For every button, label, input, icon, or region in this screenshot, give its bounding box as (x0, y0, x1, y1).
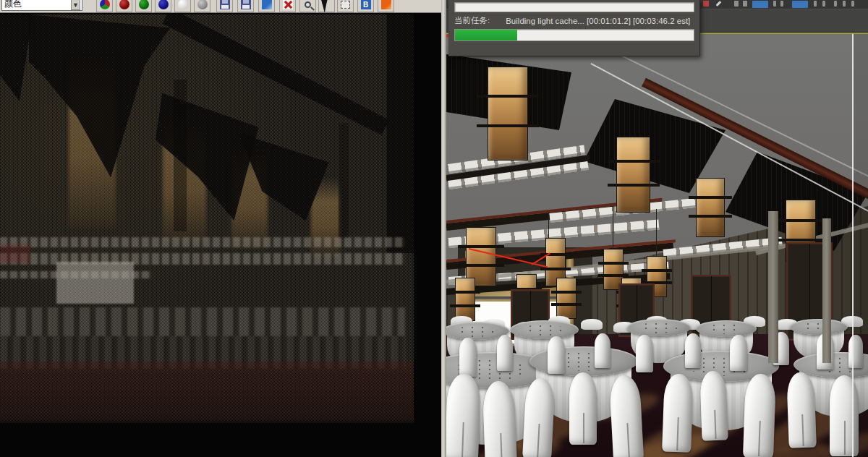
lamp-wire (613, 206, 613, 251)
task-progress-bar (454, 29, 694, 41)
table-top (627, 319, 691, 336)
screenshot-stage: 颜色 ▼ B 当前任务: Building (0, 0, 868, 457)
chair-cover[interactable] (743, 373, 776, 457)
lc-dark-bar (339, 123, 349, 239)
dot-icon[interactable] (834, 1, 837, 7)
duplicate-buffer-button[interactable]: B (357, 0, 374, 12)
track-mouse-icon (321, 0, 333, 13)
progress-fill (455, 30, 517, 40)
task-status-text: Building light cache... [00:01:01.2] [00… (506, 17, 690, 25)
save-channels-button[interactable] (237, 0, 254, 12)
red-channel-icon (119, 0, 129, 9)
chair-cover[interactable] (548, 336, 565, 374)
render-last-icon (381, 0, 391, 9)
rgb-color-channel-icon (100, 0, 110, 9)
color-clamp-button[interactable] (299, 0, 316, 12)
save-image-button[interactable] (216, 0, 233, 12)
chair-cover[interactable] (685, 333, 701, 368)
chair-cover[interactable] (569, 372, 597, 445)
chair-cover[interactable] (446, 373, 481, 457)
table-top (696, 320, 757, 337)
lc-dark-bar (174, 80, 187, 231)
copy-to-host-buffer-button[interactable] (258, 0, 275, 12)
wall-pilaster (768, 211, 778, 363)
dot-icon[interactable] (822, 1, 825, 7)
lc-ceiling-coffer (387, 14, 414, 253)
lamp-wire (548, 213, 549, 239)
hanging-lamp[interactable] (697, 179, 724, 236)
track-mouse-button[interactable] (318, 0, 335, 12)
wall-pilaster (822, 218, 831, 363)
render-last-button[interactable] (378, 0, 394, 12)
table-top (529, 346, 638, 376)
channel-select-dropdown[interactable]: 颜色 ▼ (1, 0, 82, 11)
lc-table-row (0, 307, 405, 336)
render-preview-image (0, 14, 414, 423)
blue-toggle-icon[interactable] (752, 1, 768, 8)
hanging-lamp[interactable] (617, 137, 650, 212)
task-row: 当前任务: Building light cache... [00:01:01.… (454, 15, 694, 26)
dot-icon[interactable] (843, 1, 846, 7)
green-channel-icon (139, 0, 149, 9)
color-clamp-icon (305, 1, 311, 8)
blue-toggle-icon[interactable] (792, 1, 808, 8)
distant-chair[interactable] (581, 319, 603, 330)
hanging-lamp[interactable] (456, 278, 475, 320)
blue-channel-icon (158, 0, 169, 9)
table-top (790, 319, 848, 335)
hanging-lamp[interactable] (557, 278, 576, 318)
viewport-edge-line (852, 34, 854, 457)
overall-progress-bar (454, 2, 694, 12)
table-top (510, 320, 579, 339)
lc-red-speck (0, 244, 30, 263)
chair-cover[interactable] (595, 333, 610, 368)
blue-channel-button[interactable] (155, 0, 171, 12)
small-toggle-icon[interactable] (743, 1, 747, 7)
lc-light-strip (0, 237, 405, 247)
save-image-icon (220, 0, 230, 9)
lc-screen (56, 262, 134, 304)
chair-cover[interactable] (459, 338, 477, 377)
lc-ceiling-coffer (0, 14, 33, 101)
region-render-icon (341, 1, 350, 9)
viewport-scene[interactable] (446, 34, 868, 457)
set-key-red-icon[interactable] (703, 1, 709, 7)
hanging-lamp[interactable] (488, 67, 527, 160)
mono-channel-button[interactable] (194, 0, 210, 12)
green-channel-button[interactable] (135, 0, 152, 12)
alpha-channel-icon (178, 0, 188, 9)
alpha-channel-button[interactable] (174, 0, 191, 12)
mono-channel-icon (197, 0, 208, 9)
chair-cover[interactable] (699, 370, 728, 440)
copy-to-host-buffer-icon (262, 0, 272, 9)
chair-cover[interactable] (662, 373, 694, 452)
dot-icon[interactable] (780, 1, 783, 7)
vfb-window-border (441, 0, 446, 457)
small-toggle-icon[interactable] (734, 1, 739, 7)
red-channel-button[interactable] (116, 0, 132, 12)
dot-icon[interactable] (851, 1, 854, 7)
hanging-lamp[interactable] (467, 228, 495, 286)
dot-icon[interactable] (773, 1, 776, 7)
channel-select-value: 颜色 (4, 0, 22, 10)
clear-image-button[interactable] (279, 0, 296, 12)
task-label: 当前任务: (454, 15, 490, 26)
lamp-wire (656, 209, 657, 257)
clear-image-icon (283, 0, 293, 9)
chair-cover[interactable] (730, 335, 747, 371)
pencil-icon[interactable] (716, 1, 722, 7)
viewport-edge-shade (853, 34, 868, 457)
vfb-toolbar: 颜色 ▼ B (0, 0, 441, 13)
rgb-color-channel-button[interactable] (96, 0, 113, 12)
dot-icon[interactable] (814, 1, 817, 7)
lc-bottom-black (0, 418, 414, 423)
max-viewport[interactable] (446, 0, 868, 457)
chair-cover[interactable] (497, 335, 513, 371)
chair-cover[interactable] (636, 335, 653, 372)
render-progress-dialog: 当前任务: Building light cache... [00:01:01.… (448, 0, 700, 56)
save-channels-icon (241, 0, 251, 9)
vray-frame-buffer-window: 颜色 ▼ B (0, 0, 446, 457)
duplicate-buffer-icon: B (361, 0, 371, 9)
region-render-button[interactable] (337, 0, 354, 12)
chair-cover[interactable] (786, 372, 817, 448)
